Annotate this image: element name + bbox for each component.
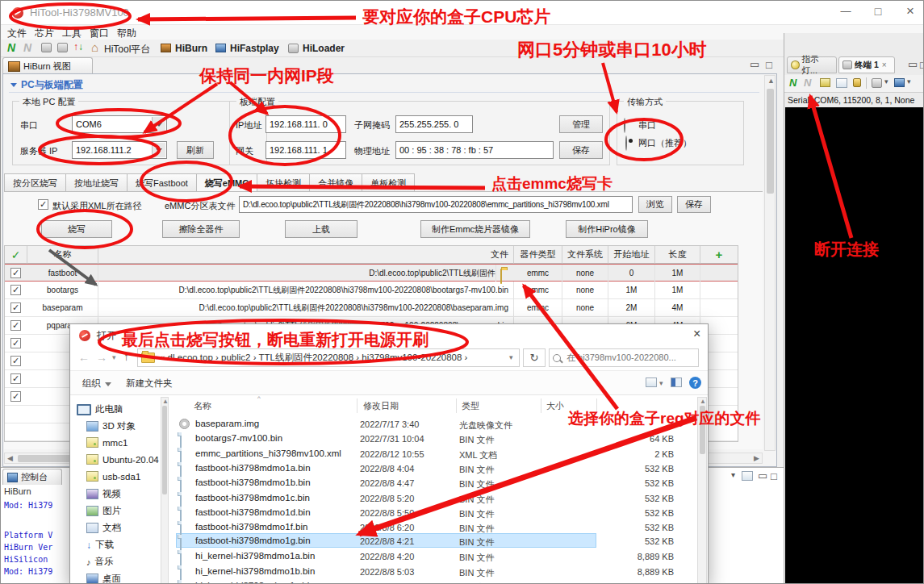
transfer-icon[interactable]: ↑↓ — [73, 41, 83, 52]
xml-path-input[interactable]: D:\dl.ecoo.top\public2\TTL线刷固件20220808\h… — [239, 196, 633, 213]
file-row[interactable]: hi_kernel-hi3798mdmo1c.bin 2022/8/8 5:27… — [176, 579, 596, 584]
chevron-down-icon[interactable]: ▾ — [907, 77, 911, 86]
file-row[interactable]: baseparam.img 2022/7/17 3:40 光盘映像文件 — [176, 417, 596, 432]
col-name[interactable]: 名称 — [27, 246, 98, 264]
tab-partition-burn[interactable]: 按分区烧写 — [4, 173, 66, 193]
console-menu-icon[interactable]: ▾ — [731, 470, 735, 479]
sidebar-item-music[interactable]: ♪ 音乐 — [86, 556, 114, 568]
col-divider[interactable] — [456, 398, 457, 413]
sidebar-item-documents[interactable]: 文档 — [86, 522, 121, 534]
v-scroll-thumb[interactable] — [767, 89, 774, 194]
toolbar-hiburn[interactable]: HiBurn — [175, 43, 207, 54]
mac-input[interactable]: 00 : 95 : 38 : 78 : fb : 57 — [395, 141, 554, 159]
tab-hiburn-view[interactable]: HiBurn 视图 — [2, 57, 93, 74]
file-row[interactable]: fastboot-hi3798mdmo1b.bin 2022/8/8 4:47 … — [176, 476, 596, 490]
breadcrumb-dropdown-icon[interactable]: ▾ — [509, 353, 513, 361]
sidebar-scroll-thumb[interactable] — [162, 406, 167, 494]
disconnect-icon[interactable]: N — [23, 41, 31, 54]
serial-port-select[interactable]: COM6 — [72, 115, 167, 133]
file-row[interactable]: fastboot-hi3798mdmo1f.bin 2022/8/8 6:20 … — [176, 520, 596, 535]
file-row[interactable]: bootargs7-mv100.bin 2022/7/31 10:04 BIN … — [176, 432, 596, 446]
netmask-input[interactable]: 255.255.255. 0 — [395, 115, 473, 133]
nav-history-icon[interactable]: ▾ — [112, 353, 116, 361]
file-row[interactable]: hi_kernel-hi3798mdmo1b.bin 2022/8/8 5:03… — [176, 565, 596, 579]
radio-serial-label[interactable]: 串口 — [638, 119, 656, 131]
erase-all-button[interactable]: 擦除全器件 — [162, 220, 240, 238]
chevron-down-icon[interactable]: ▾ — [659, 379, 663, 387]
menu-chip[interactable]: 芯片 — [35, 27, 54, 40]
radio-network[interactable] — [625, 136, 627, 151]
sidebar-item-3d-objects[interactable]: 3D 对象 — [86, 420, 136, 432]
new-terminal-icon[interactable] — [894, 78, 905, 87]
chevron-down-icon[interactable]: ▾ — [884, 77, 888, 86]
preview-pane-icon[interactable] — [671, 378, 682, 387]
panel-minimize-icon[interactable]: ▭ — [908, 58, 918, 70]
sidebar-item-this-pc[interactable]: 此电脑 — [77, 403, 123, 415]
upload-button[interactable]: 上载 — [285, 220, 357, 238]
view-minimize-icon[interactable]: ▭ — [750, 58, 759, 70]
file-row[interactable]: hi_kernel-hi3798mdmo1a.bin 2022/8/8 4:20… — [176, 549, 596, 564]
sidebar-scrollbar[interactable]: ▲ — [161, 397, 169, 584]
terminal-settings-icon[interactable] — [820, 78, 830, 87]
terminal-connect-icon[interactable]: N — [789, 77, 796, 89]
make-emmc-image-button[interactable]: 制作Emmc烧片器镜像 — [420, 220, 530, 238]
menu-help[interactable]: 帮助 — [117, 27, 136, 40]
terminal-lock-icon[interactable] — [853, 78, 861, 87]
file-row[interactable]: fastboot-hi3798mdmo1a.bin 2022/8/8 4:04 … — [176, 461, 596, 476]
server-ip-select[interactable]: 192.168.111.2 — [72, 141, 167, 159]
breadcrumb-bar[interactable]: « dl.ecoo.top › public2 › TTL线刷固件2022080… — [137, 348, 520, 367]
sidebar-item-videos[interactable]: 视频 — [86, 488, 121, 500]
chevron-down-icon[interactable] — [152, 117, 165, 131]
table-row[interactable]: baseparam D:\dl.ecoo.top\public2\TTL线刷固件… — [5, 299, 738, 317]
scroll-left-icon[interactable]: ◀ — [7, 454, 13, 462]
scroll-up-icon[interactable]: ▲ — [162, 398, 169, 405]
section-pc-board-config[interactable]: PC与板端配置 — [9, 78, 759, 93]
board-save-button[interactable]: 保存 — [559, 141, 603, 159]
terminal-screen[interactable] — [785, 107, 924, 584]
radio-serial[interactable] — [624, 118, 625, 133]
use-xml-path-label[interactable]: 默认采用XML所在路径 — [52, 200, 142, 212]
tab-fastboot-burn[interactable]: 烧写Fastboot — [128, 173, 197, 193]
col-check[interactable]: ✓ — [5, 246, 27, 264]
col-fs[interactable]: 文件系统 — [562, 246, 608, 264]
view-maximize-icon[interactable]: □ — [766, 59, 772, 71]
row-checkbox[interactable] — [10, 285, 21, 295]
col-add[interactable]: + — [700, 246, 738, 264]
menu-window[interactable]: 窗口 — [90, 27, 109, 40]
manage-button[interactable]: 管理 — [559, 115, 603, 133]
col-file[interactable]: 文件 — [98, 246, 514, 264]
console-minimize-icon[interactable]: ▭ — [758, 469, 767, 482]
gateway-input[interactable]: 192.168.111. 1 — [265, 141, 346, 159]
file-col-date[interactable]: 修改日期 — [363, 400, 399, 412]
sidebar-item-pictures[interactable]: 图片 — [86, 505, 121, 517]
sidebar-item-mmc1[interactable]: mmc1 — [86, 437, 128, 448]
console-export-icon[interactable] — [742, 471, 753, 481]
remote-icon[interactable] — [57, 43, 68, 52]
check-all-icon[interactable]: ✓ — [11, 248, 21, 261]
tab-emmc-burn[interactable]: 烧写eMMC — [197, 173, 257, 193]
scroll-up-icon[interactable]: ▲ — [700, 398, 706, 405]
breadcrumb[interactable]: « dl.ecoo.top › public2 › TTL线刷固件2022080… — [160, 352, 467, 364]
new-folder-button[interactable]: 新建文件夹 — [126, 378, 173, 390]
row-checkbox[interactable] — [10, 338, 21, 348]
tab-address-burn[interactable]: 按地址烧写 — [66, 173, 128, 193]
tab-merge-image[interactable]: 合并镜像 — [310, 173, 362, 193]
burn-button[interactable]: 烧写 — [41, 220, 112, 238]
tab-board-check[interactable]: 单板检测 — [362, 173, 415, 193]
xml-save-button[interactable]: 保存 — [677, 196, 711, 213]
toolbar-hifastplay[interactable]: HiFastplay — [230, 43, 279, 54]
row-checkbox[interactable] — [10, 391, 21, 402]
help-icon[interactable] — [689, 377, 701, 389]
col-length[interactable]: 长度 — [655, 246, 700, 264]
tab-leds[interactable]: 指示灯... — [787, 56, 837, 73]
nav-forward-icon[interactable]: → — [96, 351, 107, 364]
radio-network-label[interactable]: 网口（推荐） — [638, 137, 692, 149]
connect-icon[interactable]: N — [7, 41, 15, 54]
close-button[interactable]: × — [897, 3, 924, 19]
hifastplay-icon[interactable] — [215, 44, 226, 52]
d ialog-close-icon[interactable]: × — [693, 327, 700, 341]
col-device[interactable]: 器件类型 — [514, 246, 562, 264]
terminal-view-icon[interactable] — [836, 78, 847, 88]
col-start[interactable]: 开始地址 — [608, 246, 655, 264]
col-divider[interactable] — [357, 398, 357, 413]
